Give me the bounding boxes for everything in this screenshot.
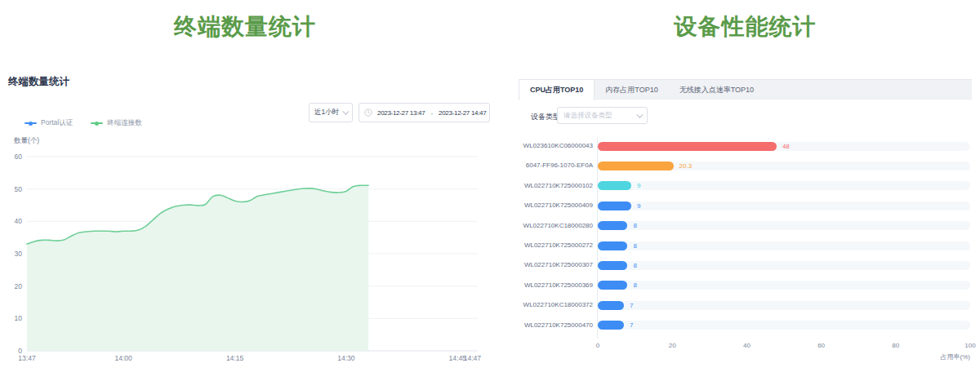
terminal-count-panel: 终端数量统计 终端数量统计 近1小时 2023-12-27 13:47 - 20… (0, 0, 490, 372)
legend-line-dot-icon (24, 122, 37, 124)
bar-track (598, 281, 970, 290)
device-label: WL022710K725000369 (519, 281, 593, 289)
line-chart: 010203040506013:4714:0014:1514:3014:4514… (0, 131, 490, 372)
legend-label: Portal认证 (41, 118, 73, 128)
bar-value: 7 (630, 321, 633, 329)
bar-value: 48 (782, 143, 790, 150)
legend-label: 终端连接数 (107, 118, 142, 128)
bar (598, 221, 627, 230)
svg-text:60: 60 (15, 153, 23, 161)
device-label: 6047-FF96-1070-EF0A (519, 162, 593, 169)
legend-item[interactable]: 终端连接数 (91, 118, 142, 128)
device-label: WL022710KC18000280 (519, 222, 593, 229)
time-range-value: 近1小时 (314, 108, 339, 117)
bar-value: 20.3 (679, 162, 693, 170)
dashboard: 终端数量统计 终端数量统计 近1小时 2023-12-27 13:47 - 20… (0, 0, 980, 372)
chevron-down-icon (342, 108, 349, 114)
bar-track (598, 301, 970, 310)
right-section-title: 设备性能统计 (519, 11, 972, 42)
bar-track (598, 202, 970, 210)
legend-item[interactable]: Portal认证 (24, 118, 73, 128)
bar (598, 162, 674, 170)
x-axis-name: 占用率(%) (519, 352, 970, 361)
chevron-down-icon (636, 111, 643, 117)
svg-text:20: 20 (15, 282, 23, 290)
bar (598, 261, 627, 270)
date-start[interactable]: 2023-12-27 13:47 (377, 109, 425, 117)
svg-text:50: 50 (15, 185, 23, 193)
tab-2[interactable]: 无线接入点速率TOP10 (669, 80, 764, 100)
svg-text:14:15: 14:15 (226, 354, 244, 362)
bar-value: 9 (637, 202, 640, 210)
device-label: WL022710K725000470 (519, 321, 593, 329)
svg-text:14:00: 14:00 (115, 354, 133, 362)
svg-text:30: 30 (15, 250, 23, 258)
time-range-select[interactable]: 近1小时 (309, 103, 353, 122)
x-tick: 60 (817, 342, 825, 349)
svg-text:14:30: 14:30 (337, 354, 355, 362)
device-type-label: 设备类型 (531, 112, 560, 122)
bar (598, 241, 627, 250)
device-label: WL022710KC18000372 (519, 301, 593, 308)
bar (598, 301, 624, 310)
bar-track (598, 221, 970, 230)
svg-text:40: 40 (15, 217, 23, 225)
bar-value: 8 (633, 222, 636, 229)
svg-text:10: 10 (15, 314, 23, 322)
device-label: WL022710K725000272 (519, 241, 593, 249)
x-tick: 40 (743, 342, 751, 349)
tab-0[interactable]: CPU占用TOP10 (519, 80, 595, 100)
bar (598, 202, 631, 210)
svg-text:14:47: 14:47 (464, 354, 482, 362)
bar-value: 8 (633, 262, 636, 269)
date-separator: - (430, 109, 433, 117)
device-label: WL023610KC06000043 (519, 142, 593, 149)
bar (598, 142, 777, 151)
date-range-picker[interactable]: 2023-12-27 13:47 - 2023-12-27 14:47 (359, 103, 490, 122)
x-tick: 80 (892, 342, 899, 349)
left-panel-header: 终端数量统计 (8, 75, 69, 89)
bar-track (598, 321, 970, 330)
clock-icon (364, 108, 372, 117)
bar-track (598, 181, 970, 190)
tab-bar: CPU占用TOP10内存占用TOP10无线接入点速率TOP10 (519, 79, 972, 100)
bar-track (598, 241, 970, 250)
date-end[interactable]: 2023-12-27 14:47 (439, 109, 486, 117)
bar (598, 181, 631, 190)
bar-value: 9 (637, 182, 640, 189)
bar-value: 7 (630, 302, 633, 309)
x-tick: 20 (669, 342, 676, 349)
tab-1[interactable]: 内存占用TOP10 (595, 80, 668, 100)
device-performance-panel: 设备性能统计 CPU占用TOP10内存占用TOP10无线接入点速率TOP10 设… (519, 0, 972, 372)
device-type-select[interactable]: 请选择设备类型 (557, 107, 648, 124)
device-label: WL022710K725000102 (519, 182, 593, 189)
device-label: WL022710K725000307 (519, 261, 593, 268)
bar-track (598, 261, 970, 270)
chart-legend: Portal认证终端连接数 (24, 118, 142, 128)
svg-text:13:47: 13:47 (18, 354, 36, 362)
bar (598, 281, 627, 290)
bar (598, 321, 624, 330)
left-section-title: 终端数量统计 (0, 11, 490, 42)
legend-line-dot-icon (91, 122, 103, 124)
device-label: WL022710K725000409 (519, 202, 593, 209)
x-tick: 100 (964, 342, 975, 349)
bar-value: 8 (633, 281, 636, 289)
x-tick: 0 (596, 342, 599, 349)
bar-value: 8 (633, 242, 636, 250)
device-type-placeholder: 请选择设备类型 (564, 111, 612, 121)
